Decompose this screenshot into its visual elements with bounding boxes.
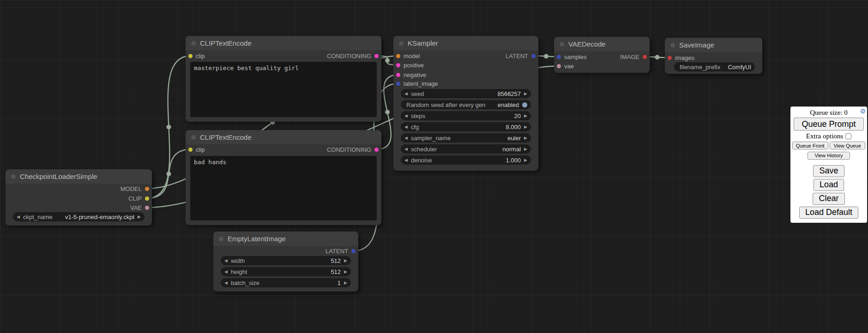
latent-output-dot-icon[interactable] [351, 249, 356, 253]
prompt-textarea[interactable]: bad hands [190, 156, 377, 220]
widget-width[interactable]: ◀ width 512 ▶ [221, 256, 351, 265]
collapse-dot-icon[interactable] [219, 237, 223, 241]
toggle-dot-icon[interactable] [522, 102, 527, 107]
latent-input-dot-icon[interactable] [396, 82, 400, 86]
queue-prompt-button[interactable]: Queue Prompt [794, 118, 864, 131]
decrement-arrow-icon[interactable]: ◀ [404, 125, 408, 129]
clear-button[interactable]: Clear [813, 193, 844, 205]
increment-arrow-icon[interactable]: ▶ [344, 281, 347, 285]
prompt-textarea[interactable]: masterpiece best quality girl [190, 62, 377, 117]
decrement-arrow-icon[interactable]: ◀ [404, 147, 408, 151]
increment-arrow-icon[interactable]: ▶ [524, 114, 527, 118]
input-slot-clip[interactable]: clip [188, 145, 205, 154]
node-vae-decode[interactable]: VAEDecode samples vae IMAGE [554, 37, 650, 73]
collapse-dot-icon[interactable] [399, 41, 404, 46]
clip-input-dot-icon[interactable] [188, 148, 193, 152]
output-slot-latent[interactable]: LATENT [326, 246, 356, 256]
widget-scheduler[interactable]: ◀ scheduler normal ▶ [401, 144, 531, 154]
output-slot-conditioning[interactable]: CONDITIONING [327, 51, 379, 60]
conditioning-output-dot-icon[interactable] [374, 148, 379, 152]
decrement-arrow-icon[interactable]: ◀ [224, 270, 228, 274]
output-slot-model[interactable]: MODEL [121, 184, 149, 193]
settings-gear-icon[interactable]: ⚙ [860, 108, 866, 114]
vae-input-dot-icon[interactable] [557, 64, 561, 68]
model-output-dot-icon[interactable] [145, 187, 149, 191]
output-slot-conditioning[interactable]: CONDITIONING [327, 145, 379, 154]
decrement-arrow-icon[interactable]: ◀ [224, 259, 228, 263]
image-input-dot-icon[interactable] [668, 56, 672, 60]
increment-arrow-icon[interactable]: ▶ [344, 259, 347, 263]
input-slot-images[interactable]: images [668, 53, 694, 62]
widget-random-seed-toggle[interactable]: Random seed after every gen enabled [401, 100, 531, 109]
input-slot-positive[interactable]: positive [396, 60, 424, 70]
extra-options-checkbox[interactable] [845, 133, 851, 139]
collapse-dot-icon[interactable] [670, 43, 675, 48]
node-checkpoint-loader-simple[interactable]: CheckpointLoaderSimple MODEL CLIP VAE ◀ … [6, 169, 152, 226]
conditioning-input-dot-icon[interactable] [396, 73, 400, 77]
decrement-arrow-icon[interactable]: ◀ [224, 281, 228, 285]
increment-arrow-icon[interactable]: ▶ [138, 215, 141, 219]
save-button[interactable]: Save [813, 165, 844, 177]
widget-denoise[interactable]: ◀ denoise 1.000 ▶ [401, 155, 531, 165]
image-output-dot-icon[interactable] [643, 55, 647, 59]
decrement-arrow-icon[interactable]: ◀ [404, 158, 408, 162]
input-slot-samples[interactable]: samples [557, 52, 586, 61]
collapse-dot-icon[interactable] [11, 174, 16, 179]
conditioning-output-dot-icon[interactable] [374, 54, 379, 58]
node-save-image[interactable]: SaveImage images filename_prefix ComfyUI [665, 38, 762, 74]
view-queue-button[interactable]: View Queue [830, 142, 866, 149]
input-slot-negative[interactable]: negative [396, 70, 426, 79]
clip-output-dot-icon[interactable] [145, 196, 149, 201]
input-slot-vae[interactable]: vae [557, 61, 574, 71]
widget-sampler-name[interactable]: ◀ sampler_name euler ▶ [401, 133, 531, 143]
node-title-bar[interactable]: KSampler [393, 36, 538, 50]
output-slot-vae[interactable]: VAE [130, 203, 149, 212]
queue-front-button[interactable]: Queue Front [792, 142, 828, 149]
clip-input-dot-icon[interactable] [188, 54, 193, 58]
node-title-bar[interactable]: SaveImage [665, 38, 762, 52]
node-ksampler[interactable]: KSampler model positive negative latent_… [393, 36, 538, 171]
input-slot-clip[interactable]: clip [188, 51, 205, 60]
decrement-arrow-icon[interactable]: ◀ [404, 92, 408, 96]
conditioning-input-dot-icon[interactable] [396, 63, 400, 67]
increment-arrow-icon[interactable]: ▶ [524, 92, 527, 96]
load-button[interactable]: Load [814, 179, 844, 191]
load-default-button[interactable]: Load Default [799, 207, 858, 219]
increment-arrow-icon[interactable]: ▶ [524, 158, 527, 162]
increment-arrow-icon[interactable]: ▶ [524, 136, 527, 140]
output-slot-clip[interactable]: CLIP [128, 194, 149, 203]
collapse-dot-icon[interactable] [191, 41, 196, 46]
latent-input-dot-icon[interactable] [557, 55, 561, 59]
decrement-arrow-icon[interactable]: ◀ [404, 136, 408, 140]
widget-filename-prefix[interactable]: filename_prefix ComfyUI [674, 62, 755, 71]
node-clip-text-encode-negative[interactable]: CLIPTextEncode clip CONDITIONING bad han… [186, 130, 381, 225]
node-title-bar[interactable]: CheckpointLoaderSimple [6, 169, 152, 184]
increment-arrow-icon[interactable]: ▶ [344, 270, 347, 274]
widget-ckpt-name[interactable]: ◀ ckpt_name v1-5-pruned-emaonly.ckpt ▶ [13, 212, 145, 221]
widget-steps[interactable]: ◀ steps 20 ▶ [401, 111, 531, 120]
node-empty-latent-image[interactable]: EmptyLatentImage LATENT ◀ width 512 ▶ ◀ … [213, 232, 358, 291]
node-title-bar[interactable]: EmptyLatentImage [213, 232, 358, 246]
node-title-bar[interactable]: VAEDecode [554, 37, 650, 51]
collapse-dot-icon[interactable] [560, 42, 564, 47]
input-slot-model[interactable]: model [396, 51, 420, 60]
node-clip-text-encode-positive[interactable]: CLIPTextEncode clip CONDITIONING masterp… [186, 36, 381, 122]
latent-output-dot-icon[interactable] [531, 54, 536, 58]
model-input-dot-icon[interactable] [396, 54, 400, 58]
node-title-bar[interactable]: CLIPTextEncode [186, 36, 381, 50]
widget-seed[interactable]: ◀ seed 8566257 ▶ [401, 89, 531, 98]
increment-arrow-icon[interactable]: ▶ [524, 147, 527, 151]
output-slot-image[interactable]: IMAGE [620, 52, 647, 61]
collapse-dot-icon[interactable] [191, 135, 196, 140]
widget-height[interactable]: ◀ height 512 ▶ [221, 267, 351, 276]
output-slot-latent[interactable]: LATENT [506, 51, 536, 60]
decrement-arrow-icon[interactable]: ◀ [17, 215, 20, 219]
decrement-arrow-icon[interactable]: ◀ [404, 114, 408, 118]
widget-cfg[interactable]: ◀ cfg 8.000 ▶ [401, 122, 531, 131]
vae-output-dot-icon[interactable] [145, 206, 149, 210]
view-history-button[interactable]: View History [808, 152, 850, 160]
input-slot-latent-image[interactable]: latent_image [396, 79, 438, 88]
node-graph-canvas[interactable]: CheckpointLoaderSimple MODEL CLIP VAE ◀ … [0, 0, 868, 333]
widget-batch-size[interactable]: ◀ batch_size 1 ▶ [221, 278, 351, 287]
node-title-bar[interactable]: CLIPTextEncode [186, 130, 381, 144]
